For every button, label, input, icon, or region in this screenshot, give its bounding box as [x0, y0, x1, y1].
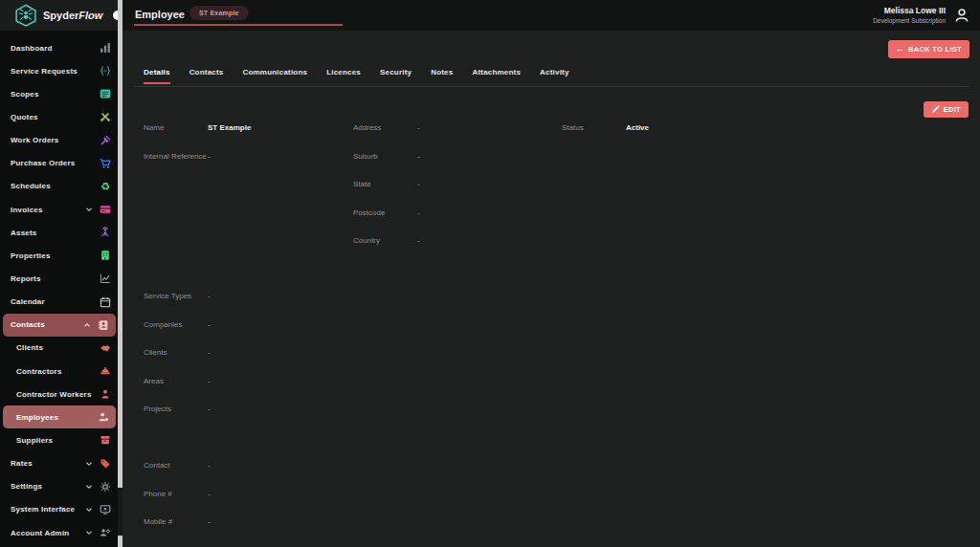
- back-to-list-label: BACK TO LIST: [908, 45, 962, 54]
- sidebar-item-assets[interactable]: Assets: [0, 221, 118, 244]
- monitor-icon: [100, 504, 111, 515]
- sidebar-item-scopes[interactable]: Scopes: [0, 82, 118, 105]
- supplier-box-icon: [100, 434, 111, 446]
- field-value: -: [208, 517, 211, 526]
- sidebar-item-purchase-orders[interactable]: Purchase Orders: [0, 152, 118, 175]
- tab-contacts[interactable]: Contacts: [189, 68, 224, 84]
- sidebar-item-quotes[interactable]: Quotes: [0, 105, 118, 128]
- sidebar-item-settings[interactable]: Settings: [0, 475, 118, 498]
- field-row-country: Country-: [353, 234, 556, 247]
- field-value: -: [417, 236, 420, 245]
- field-value: -: [208, 292, 211, 300]
- sidebar-item-contractor-workers[interactable]: Contractor Workers: [0, 383, 118, 405]
- sidebar-item-service-requests[interactable]: Service Requests: [0, 59, 118, 82]
- sidebar-item-label: Clients: [16, 343, 94, 352]
- details-column-address: Address-Suburb-State-Postcode-Country-: [353, 121, 556, 263]
- user-subscription: Development Subscription: [873, 17, 946, 24]
- sidebar-item-system-interface[interactable]: System Interface: [0, 498, 118, 521]
- person-badge-icon: [98, 411, 109, 423]
- field-label: Country: [353, 236, 417, 245]
- field-label: Mobile #: [144, 517, 208, 526]
- back-to-list-button[interactable]: ← BACK TO LIST: [888, 40, 969, 58]
- details-group-contact: Contact-Phone #-Mobile #-: [144, 459, 431, 544]
- field-row-address: Address-: [353, 121, 556, 134]
- brand-name: SpyderFlow: [43, 10, 102, 21]
- sidebar-item-clients[interactable]: Clients: [0, 337, 118, 360]
- field-label: Status: [562, 123, 626, 132]
- tab-communications[interactable]: Communications: [242, 68, 307, 84]
- pencil-icon: [931, 105, 940, 114]
- hardhat-icon: [100, 365, 111, 377]
- field-value: -: [417, 208, 420, 217]
- field-value: -: [208, 405, 211, 413]
- tag-icon: [100, 458, 111, 470]
- person-icon: [100, 388, 111, 400]
- sidebar-item-label: Work Orders: [11, 136, 94, 144]
- tab-security[interactable]: Security: [380, 68, 412, 84]
- tab-activity[interactable]: Activity: [540, 68, 569, 84]
- field-row-suburb: Suburb-: [353, 150, 556, 163]
- sidebar-item-label: Assets: [11, 229, 94, 237]
- field-label: Projects: [144, 405, 208, 413]
- sidebar-item-calendar[interactable]: Calendar: [0, 291, 118, 314]
- page-title: Employee: [135, 9, 185, 20]
- sidebar-item-rates[interactable]: Rates: [0, 452, 118, 475]
- tab-attachments[interactable]: Attachments: [472, 68, 521, 84]
- user-info: Melissa Lowe III Development Subscriptio…: [873, 6, 946, 24]
- field-label: Areas: [144, 377, 208, 385]
- edit-label: EDIT: [944, 105, 961, 114]
- tab-licences[interactable]: Licences: [326, 68, 361, 84]
- sidebar-item-label: Rates: [11, 459, 84, 468]
- field-value: ST Example: [208, 123, 251, 132]
- sidebar-item-dashboard[interactable]: Dashboard: [0, 36, 118, 59]
- bar-chart-icon: [100, 42, 111, 54]
- field-label: Phone #: [144, 490, 208, 498]
- sidebar-item-employees[interactable]: Employees: [3, 405, 116, 428]
- field-row-clients: Clients-: [144, 346, 431, 359]
- field-row-name: NameST Example: [144, 121, 346, 134]
- field-value: -: [208, 348, 211, 357]
- details-group-associations: Service Types-Companies-Clients-Areas-Pr…: [144, 290, 431, 431]
- invoice-card-icon: [100, 204, 111, 215]
- field-label: Name: [144, 123, 208, 132]
- sidebar-item-label: Contractors: [16, 367, 94, 376]
- sidebar: SpyderFlow DashboardService RequestsScop…: [0, 0, 122, 547]
- sidebar-item-invoices[interactable]: Invoices: [0, 198, 118, 221]
- field-row-service-types: Service Types-: [144, 290, 431, 302]
- field-value: -: [417, 180, 420, 188]
- sidebar-item-label: Dashboard: [11, 44, 94, 53]
- sidebar-item-work-orders[interactable]: Work Orders: [0, 129, 118, 152]
- field-value: -: [417, 123, 420, 132]
- details-column-identity: NameST ExampleInternal Reference-: [144, 121, 346, 178]
- field-label: Contact: [144, 461, 208, 470]
- content-panel: ← BACK TO LIST DetailsContactsCommunicat…: [122, 31, 980, 547]
- field-row-mobile: Mobile #-: [144, 515, 431, 528]
- field-label: Companies: [144, 320, 208, 329]
- top-bar: Employee ST Example Melissa Lowe III Dev…: [122, 0, 980, 31]
- sidebar-item-label: Settings: [11, 482, 84, 491]
- user-profile-icon[interactable]: [953, 7, 970, 24]
- field-row-areas: Areas-: [144, 375, 431, 387]
- sidebar-item-schedules[interactable]: Schedules♻: [0, 175, 118, 198]
- tab-notes[interactable]: Notes: [431, 68, 453, 84]
- address-book-icon: [98, 319, 109, 331]
- field-label: Service Types: [144, 292, 208, 300]
- sidebar-item-reports[interactable]: Reports: [0, 267, 118, 290]
- people-gear-icon: [100, 527, 111, 538]
- details-column-status: StatusActive: [562, 121, 811, 150]
- sidebar-header: SpyderFlow: [0, 0, 122, 31]
- sidebar-item-account-admin[interactable]: Account Admin: [0, 521, 118, 544]
- edit-button[interactable]: EDIT: [924, 101, 969, 118]
- tab-details[interactable]: Details: [144, 68, 170, 84]
- sidebar-item-suppliers[interactable]: Suppliers: [0, 428, 118, 451]
- cart-icon: [100, 158, 111, 169]
- building-icon: [100, 250, 111, 261]
- sidebar-item-label: Reports: [11, 274, 94, 283]
- app-root: SpyderFlow DashboardService RequestsScop…: [0, 0, 980, 547]
- sidebar-item-label: Account Admin: [11, 529, 84, 537]
- sidebar-item-contractors[interactable]: Contractors: [0, 360, 118, 383]
- chevron-down-icon: [84, 205, 94, 214]
- sidebar-item-properties[interactable]: Properties: [0, 244, 118, 267]
- field-label: Postcode: [353, 208, 417, 217]
- sidebar-item-contacts[interactable]: Contacts: [3, 314, 116, 337]
